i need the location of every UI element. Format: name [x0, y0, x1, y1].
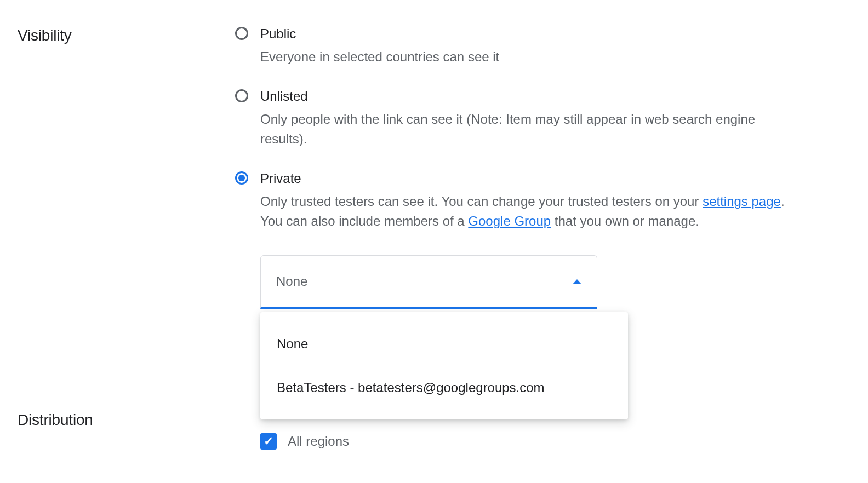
- dropdown-item-none[interactable]: None: [260, 322, 628, 366]
- all-regions-checkbox[interactable]: ✓: [260, 433, 277, 450]
- google-group-dropdown: None BetaTesters - betatesters@googlegro…: [260, 312, 628, 419]
- radio-icon: [235, 89, 248, 102]
- google-group-select[interactable]: None: [260, 255, 597, 309]
- distribution-label: Distribution: [18, 409, 234, 432]
- private-desc-period: .: [781, 194, 785, 209]
- visibility-content: Public Everyone in selected countries ca…: [234, 0, 868, 309]
- radio-public-control[interactable]: [234, 26, 249, 41]
- radio-public-text: Public Everyone in selected countries ca…: [260, 24, 835, 67]
- radio-icon: [235, 27, 248, 40]
- radio-unlisted-title: Unlisted: [260, 87, 835, 106]
- radio-private-title: Private: [260, 169, 835, 188]
- visibility-section: Visibility Public Everyone in selected c…: [0, 0, 868, 309]
- radio-icon: [235, 171, 248, 185]
- radio-option-unlisted[interactable]: Unlisted Only people with the link can s…: [234, 87, 835, 149]
- private-desc-line2-suffix: that you own or manage.: [551, 214, 699, 228]
- radio-option-public[interactable]: Public Everyone in selected countries ca…: [234, 24, 835, 67]
- private-desc-line2-prefix: You can also include members of a: [260, 214, 468, 228]
- radio-public-title: Public: [260, 24, 835, 44]
- radio-unlisted-desc: Only people with the link can see it (No…: [260, 110, 797, 149]
- visibility-label-col: Visibility: [18, 0, 234, 309]
- radio-unlisted-control[interactable]: [234, 88, 249, 104]
- radio-unlisted-text: Unlisted Only people with the link can s…: [260, 87, 835, 149]
- distribution-label-col: Distribution: [18, 405, 234, 451]
- radio-private-desc: Only trusted testers can see it. You can…: [260, 192, 797, 231]
- radio-option-private[interactable]: Private Only trusted testers can see it.…: [234, 169, 835, 231]
- radio-private-text: Private Only trusted testers can see it.…: [260, 169, 835, 231]
- caret-up-icon: [573, 279, 581, 284]
- private-desc-prefix: Only trusted testers can see it. You can…: [260, 194, 703, 209]
- dropdown-item-betatesters[interactable]: BetaTesters - betatesters@googlegroups.c…: [260, 366, 628, 410]
- google-group-select-value: None: [276, 272, 307, 291]
- radio-public-desc: Everyone in selected countries can see i…: [260, 47, 797, 67]
- radio-private-control[interactable]: [234, 170, 249, 186]
- google-group-select-wrap: None None BetaTesters - betatesters@goog…: [260, 255, 597, 309]
- checkmark-icon: ✓: [264, 435, 273, 447]
- all-regions-label: All regions: [288, 432, 349, 451]
- visibility-label: Visibility: [18, 24, 234, 47]
- google-group-link[interactable]: Google Group: [468, 214, 551, 228]
- settings-page-link[interactable]: settings page: [703, 194, 781, 209]
